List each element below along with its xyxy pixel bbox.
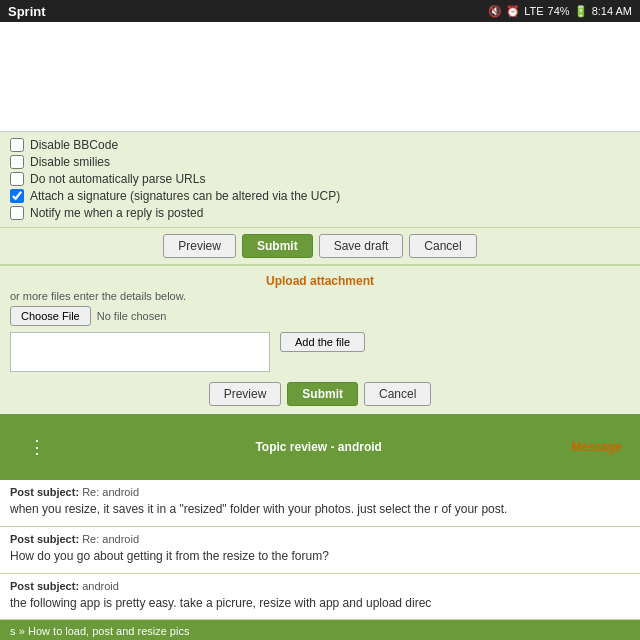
post-body-1: How do you go about getting it from the …	[10, 548, 630, 565]
save-draft-button[interactable]: Save draft	[319, 234, 404, 258]
breadcrumb-link-section[interactable]: » How to load, post and resize pics	[19, 625, 190, 637]
file-name-display: No file chosen	[97, 310, 630, 322]
mute-icon: 🔇	[488, 5, 502, 18]
post-subject-2: Post subject: android	[10, 580, 630, 592]
checkbox-disable-bbcode[interactable]	[10, 138, 24, 152]
checkbox-notify-reply[interactable]	[10, 206, 24, 220]
option-disable-bbcode[interactable]: Disable BBCode	[10, 138, 630, 152]
cancel-button[interactable]: Cancel	[409, 234, 476, 258]
alarm-icon: ⏰	[506, 5, 520, 18]
post-item: Post subject: Re: android when you resiz…	[0, 480, 640, 527]
file-comment-input[interactable]	[10, 332, 270, 372]
topic-review-title: Topic review - android	[66, 440, 571, 454]
option-attach-signature[interactable]: Attach a signature (signatures can be al…	[10, 189, 630, 203]
choose-file-button[interactable]: Choose File	[10, 306, 91, 326]
posts-list: Post subject: Re: android when you resiz…	[0, 480, 640, 620]
upload-add-row: Add the file	[10, 332, 630, 372]
time-display: 8:14 AM	[592, 5, 632, 17]
option-disable-smilies[interactable]: Disable smilies	[10, 155, 630, 169]
breadcrumb-link-home[interactable]: s	[10, 625, 16, 637]
avatar-icon: ⋮	[28, 436, 47, 458]
add-file-button[interactable]: Add the file	[280, 332, 365, 352]
main-button-row: Preview Submit Save draft Cancel	[0, 228, 640, 266]
upload-cancel-button[interactable]: Cancel	[364, 382, 431, 406]
preview-button[interactable]: Preview	[163, 234, 236, 258]
option-no-parse-urls[interactable]: Do not automatically parse URLs	[10, 172, 630, 186]
checkbox-disable-smilies[interactable]	[10, 155, 24, 169]
upload-section: Upload attachment or more files enter th…	[0, 266, 640, 414]
upload-button-row: Preview Submit Cancel	[10, 378, 630, 412]
file-row: Choose File No file chosen	[10, 306, 630, 326]
checkbox-no-parse-urls[interactable]	[10, 172, 24, 186]
footer-breadcrumb: s » How to load, post and resize pics	[0, 620, 640, 640]
post-body-0: when you resize, it saves it in a "resiz…	[10, 501, 630, 518]
checkbox-attach-signature[interactable]	[10, 189, 24, 203]
signal-indicator: LTE	[524, 5, 543, 17]
post-item: Post subject: Re: android How do you go …	[0, 527, 640, 574]
upload-submit-button[interactable]: Submit	[287, 382, 358, 406]
submit-button[interactable]: Submit	[242, 234, 313, 258]
topic-review-bar: ⋮ Topic review - android Message	[0, 414, 640, 480]
upload-preview-button[interactable]: Preview	[209, 382, 282, 406]
post-item: Post subject: android the following app …	[0, 574, 640, 621]
post-subject-0: Post subject: Re: android	[10, 486, 630, 498]
battery-icon: 🔋	[574, 5, 588, 18]
options-area: Disable BBCode Disable smilies Do not au…	[0, 132, 640, 228]
battery-level: 74%	[548, 5, 570, 17]
status-bar: Sprint 🔇 ⏰ LTE 74% 🔋 8:14 AM	[0, 0, 640, 22]
post-body-2: the following app is pretty easy. take a…	[10, 595, 630, 612]
post-subject-1: Post subject: Re: android	[10, 533, 630, 545]
topic-review-message-label: Message	[571, 440, 632, 454]
status-right: 🔇 ⏰ LTE 74% 🔋 8:14 AM	[488, 5, 632, 18]
editor-area	[0, 22, 640, 132]
user-avatar: ⋮	[12, 422, 62, 472]
app-name: Sprint	[8, 4, 46, 19]
upload-title: Upload attachment	[10, 270, 630, 290]
upload-desc: or more files enter the details below.	[10, 290, 630, 302]
option-notify-reply[interactable]: Notify me when a reply is posted	[10, 206, 630, 220]
